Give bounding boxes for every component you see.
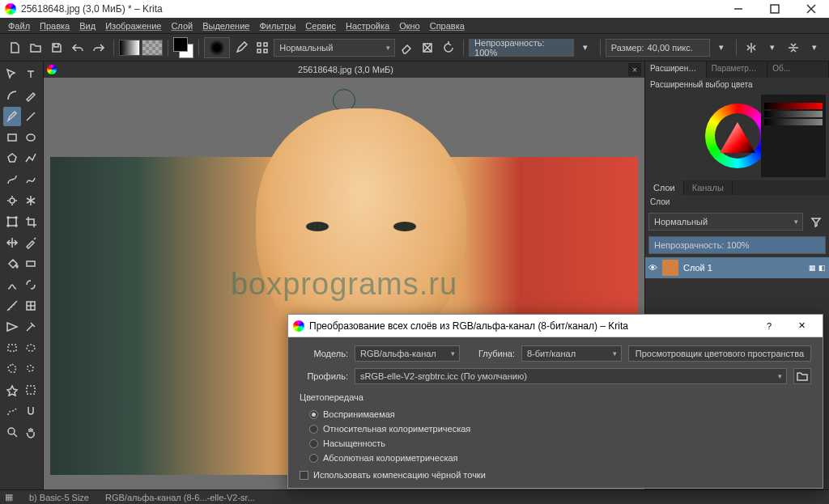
move-layer-tool-icon[interactable] xyxy=(3,233,21,252)
menu-select[interactable]: Выделение xyxy=(198,19,254,32)
contiguous-select-icon[interactable] xyxy=(3,380,21,400)
visibility-icon[interactable]: 👁 xyxy=(648,263,657,273)
rect-select-icon[interactable] xyxy=(3,338,21,358)
menu-window[interactable]: Окно xyxy=(394,19,425,32)
rect-tool-icon[interactable] xyxy=(3,128,21,147)
calligraphy-tool-icon[interactable] xyxy=(23,86,40,105)
pattern-swatch[interactable] xyxy=(142,40,163,56)
measure-tool-icon[interactable] xyxy=(3,296,21,316)
close-button[interactable] xyxy=(793,0,829,18)
crop-tool-icon[interactable] xyxy=(23,212,40,231)
radio-perceptual[interactable]: Воспринимаемая xyxy=(300,407,811,421)
blend-mode-combo[interactable]: Нормальный xyxy=(274,39,395,57)
menu-edit[interactable]: Правка xyxy=(35,19,74,32)
menu-file[interactable]: Файл xyxy=(3,19,35,32)
freehand-tool-icon[interactable] xyxy=(23,170,40,189)
layer-name[interactable]: Слой 1 xyxy=(683,263,712,273)
filter-icon[interactable] xyxy=(806,212,826,231)
brush-editor-icon[interactable] xyxy=(232,38,251,57)
menu-help[interactable]: Справка xyxy=(425,19,470,32)
gradient-tool-icon[interactable] xyxy=(23,254,40,273)
radio-saturation[interactable]: Насыщенность xyxy=(300,436,811,451)
color-picker-tool-icon[interactable] xyxy=(23,233,40,252)
brush-preview[interactable] xyxy=(204,37,230,58)
menu-layer[interactable]: Слой xyxy=(166,19,198,32)
assistant-tool-icon[interactable] xyxy=(23,296,40,316)
menu-view[interactable]: Вид xyxy=(74,19,100,32)
dock-tab-color[interactable]: Расширенный в... xyxy=(645,61,707,78)
layer-opacity-slider[interactable]: Непрозрачность: 100% xyxy=(648,236,826,254)
wrap-icon[interactable] xyxy=(784,38,803,57)
radio-absolute[interactable]: Абсолютная колориметрическая xyxy=(300,451,811,465)
redo-icon[interactable] xyxy=(89,38,108,57)
size-arrow-icon[interactable]: ▾ xyxy=(712,38,731,57)
menu-filters[interactable]: Фильтры xyxy=(254,19,300,32)
menu-image[interactable]: Изображение xyxy=(100,19,166,32)
ref-tool-icon[interactable] xyxy=(3,317,21,337)
tab-layers[interactable]: Слои xyxy=(645,180,684,195)
colorspace-browser-button[interactable]: Просмотровщик цветового пространства xyxy=(628,345,811,362)
dock-tab-overview[interactable]: Об... xyxy=(767,61,829,78)
profile-combo[interactable]: sRGB-elle-V2-srgbtrc.icc (По умолчанию) xyxy=(355,368,787,384)
layer-blend-combo[interactable]: Нормальный xyxy=(648,213,803,231)
deform-tool-icon[interactable] xyxy=(23,275,40,294)
brush-grid-icon[interactable] xyxy=(253,38,272,57)
doc-tab-label[interactable]: 25618648.jpg (3,0 МиБ) xyxy=(63,65,628,74)
shape-edit-tool-icon[interactable] xyxy=(3,86,21,105)
zoom-tool-icon[interactable] xyxy=(3,422,21,442)
move-tool-icon[interactable] xyxy=(3,65,21,84)
line-tool-icon[interactable] xyxy=(23,107,40,126)
brush-tool-icon[interactable] xyxy=(3,107,21,126)
magnetic-select-icon[interactable] xyxy=(23,401,40,421)
grid-icon[interactable]: ▦ xyxy=(5,492,13,502)
lasso-select-icon[interactable] xyxy=(23,359,40,379)
bezier-select-icon[interactable] xyxy=(3,401,21,421)
menu-tools[interactable]: Сервис xyxy=(300,19,341,32)
text-tool-icon[interactable] xyxy=(23,65,40,84)
bezier-tool-icon[interactable] xyxy=(3,170,21,189)
alpha-lock-icon[interactable] xyxy=(418,38,437,57)
pattern-tool-icon[interactable] xyxy=(3,275,21,294)
menu-settings[interactable]: Настройка xyxy=(341,19,394,32)
opacity-arrow-icon[interactable]: ▾ xyxy=(576,38,595,57)
smart-patch-icon[interactable] xyxy=(23,317,40,337)
model-combo[interactable]: RGB/альфа-канал xyxy=(355,345,460,362)
help-button[interactable]: ? xyxy=(753,315,785,337)
mirror-v-icon[interactable]: ▾ xyxy=(763,38,782,57)
size-field[interactable]: Размер: 40,00 пикс. xyxy=(606,39,711,57)
multibrush-icon[interactable] xyxy=(23,191,40,210)
fill-tool-icon[interactable] xyxy=(3,254,21,273)
depth-combo[interactable]: 8-бит/канал xyxy=(521,345,622,362)
poly-select-icon[interactable] xyxy=(3,359,21,379)
color-selector[interactable] xyxy=(645,91,829,180)
polygon-tool-icon[interactable] xyxy=(3,149,21,168)
dynamic-brush-icon[interactable] xyxy=(3,191,21,210)
dialog-titlebar[interactable]: Преобразование всех слоёв из RGB/альфа-к… xyxy=(288,315,823,337)
color-swatch[interactable] xyxy=(173,37,194,58)
save-file-icon[interactable] xyxy=(47,38,66,57)
layer-row[interactable]: 👁 Слой 1 ▦ ◧ xyxy=(645,257,829,278)
minimize-button[interactable] xyxy=(720,0,756,18)
dock-tab-toolopts[interactable]: Параметры ин... xyxy=(707,61,768,78)
dialog-close-button[interactable]: ✕ xyxy=(785,315,818,337)
open-file-icon[interactable] xyxy=(26,38,45,57)
new-file-icon[interactable] xyxy=(5,38,24,57)
transform-tool-icon[interactable] xyxy=(3,212,21,231)
radio-relative[interactable]: Относительная колориметрическая xyxy=(300,421,811,436)
tab-channels[interactable]: Каналы xyxy=(684,180,733,195)
undo-icon[interactable] xyxy=(68,38,87,57)
ellipse-select-icon[interactable] xyxy=(23,338,40,358)
blackpoint-checkbox[interactable]: Использовать компенсацию чёрной точки xyxy=(300,465,811,480)
color-history[interactable] xyxy=(761,95,826,177)
ellipse-tool-icon[interactable] xyxy=(23,128,40,147)
open-profile-icon[interactable] xyxy=(793,368,811,384)
doc-tab-close-icon[interactable]: × xyxy=(628,63,641,76)
gradient-swatch[interactable] xyxy=(119,40,140,56)
opacity-slider[interactable]: Непрозрачность: 100% xyxy=(469,39,574,57)
similar-select-icon[interactable] xyxy=(23,380,40,400)
mirror-h-icon[interactable] xyxy=(742,38,761,57)
layer-props-icon[interactable]: ▦ ◧ xyxy=(809,264,826,272)
eraser-mode-icon[interactable] xyxy=(397,38,416,57)
reload-preset-icon[interactable] xyxy=(439,38,458,57)
polyline-tool-icon[interactable] xyxy=(23,149,40,168)
